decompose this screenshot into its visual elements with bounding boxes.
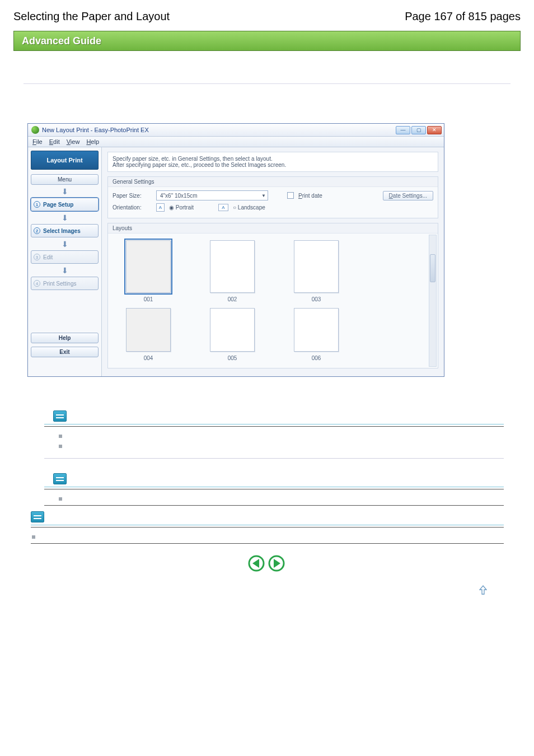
paper-size-value: 4"x6" 10x15cm: [160, 193, 198, 199]
note-icon: [53, 410, 67, 422]
bullet-icon: [59, 497, 62, 501]
layout-label-001: 001: [120, 296, 176, 302]
down-arrow-icon: ⬇: [31, 188, 99, 195]
divider: [44, 424, 504, 424]
close-button[interactable]: ✕: [427, 126, 442, 134]
step-page-setup[interactable]: 1 Page Setup: [31, 198, 99, 211]
layout-label-006: 006: [288, 355, 344, 361]
down-arrow-icon: ⬇: [31, 267, 99, 274]
paper-size-combo[interactable]: 4"x6" 10x15cm ▼: [156, 190, 268, 200]
step-2-icon: 2: [34, 227, 40, 234]
divider: [31, 543, 504, 544]
layouts-scrollbar[interactable]: [429, 235, 437, 367]
layout-thumb-005[interactable]: [210, 308, 255, 352]
step-4-label: Print Settings: [43, 281, 76, 287]
divider: [44, 487, 504, 487]
help-button[interactable]: Help: [31, 333, 99, 343]
menu-help[interactable]: Help: [86, 138, 99, 145]
divider: [44, 505, 504, 506]
print-date-checkbox[interactable]: [287, 192, 294, 199]
pager: [13, 554, 521, 575]
layouts-group: Layouts 001 002: [107, 223, 438, 368]
layout-label-002: 002: [204, 296, 260, 302]
divider: [44, 489, 504, 489]
layout-thumb-004[interactable]: [126, 308, 171, 352]
sidebar: Layout Print Menu ⬇ 1 Page Setup ⬇ 2 Sel…: [28, 147, 102, 376]
down-arrow-icon: ⬇: [31, 241, 99, 248]
general-settings-title: General Settings: [108, 177, 438, 187]
step-3-label: Edit: [43, 254, 53, 260]
note-icon: [53, 473, 67, 484]
minimize-button[interactable]: —: [396, 126, 410, 134]
layout-thumb-006[interactable]: [294, 308, 339, 352]
divider: [31, 525, 504, 525]
portrait-page-icon: A: [156, 203, 165, 212]
down-arrow-icon: ⬇: [31, 214, 99, 221]
layout-thumb-003[interactable]: [294, 240, 339, 293]
app-window: New Layout Print - Easy-PhotoPrint EX — …: [27, 123, 444, 377]
step-4-icon: 4: [34, 280, 40, 287]
menu-edit[interactable]: Edit: [49, 138, 60, 145]
layout-label-005: 005: [204, 355, 260, 361]
menu-bar: File Edit View Help: [28, 137, 444, 147]
print-date-label: Print date: [298, 193, 322, 199]
layout-label-004: 004: [120, 355, 176, 361]
maximize-button[interactable]: ▢: [411, 126, 426, 134]
divider: [24, 83, 510, 84]
step-3-icon: 3: [34, 254, 40, 260]
layouts-title: Layouts: [108, 223, 438, 234]
divider: [31, 527, 504, 528]
bullet-icon: [32, 535, 35, 539]
step-1-icon: 1: [34, 201, 40, 208]
window-title: New Layout Print - Easy-PhotoPrint EX: [42, 127, 149, 133]
menu-button[interactable]: Menu: [31, 174, 99, 185]
paper-size-label: Paper Size:: [113, 193, 152, 199]
landscape-radio[interactable]: ○ Landscape: [233, 204, 265, 211]
exit-button[interactable]: Exit: [31, 347, 99, 357]
menu-view[interactable]: View: [67, 138, 80, 145]
page-top-link[interactable]: [479, 588, 487, 596]
note-icon: [31, 511, 44, 522]
instruction-text: Specify paper size, etc. in General Sett…: [107, 152, 438, 172]
window-titlebar: New Layout Print - Easy-PhotoPrint EX — …: [28, 124, 444, 137]
main-panel: Specify paper size, etc. in General Sett…: [102, 147, 444, 376]
divider: [44, 458, 504, 459]
app-icon: [31, 126, 39, 134]
layout-thumb-002[interactable]: [210, 240, 255, 293]
landscape-page-icon: A: [218, 204, 228, 211]
step-print-settings: 4 Print Settings: [31, 277, 99, 290]
step-2-label: Select Images: [43, 228, 81, 234]
bullet-icon: [59, 435, 62, 438]
divider: [44, 426, 504, 427]
advanced-guide-banner: Advanced Guide: [13, 31, 521, 51]
step-edit: 3 Edit: [31, 250, 99, 264]
orientation-label: Orientation:: [113, 204, 152, 211]
prev-next-arrows[interactable]: [247, 554, 287, 573]
step-select-images[interactable]: 2 Select Images: [31, 224, 99, 237]
date-settings-button[interactable]: Date Settings...: [383, 191, 433, 200]
sidebar-header: Layout Print: [31, 151, 99, 170]
chevron-down-icon: ▼: [261, 193, 266, 198]
layout-thumb-001[interactable]: [126, 240, 171, 293]
step-1-label: Page Setup: [43, 202, 73, 208]
portrait-radio[interactable]: ◉ Portrait: [169, 204, 194, 211]
menu-file[interactable]: File: [32, 138, 43, 145]
layout-label-003: 003: [288, 296, 344, 302]
bullet-icon: [59, 445, 62, 448]
page-indicator: Page 167 of 815 pages: [405, 10, 521, 23]
general-settings-group: General Settings Paper Size: 4"x6" 10x15…: [107, 176, 438, 218]
doc-title: Selecting the Paper and Layout: [13, 10, 170, 23]
